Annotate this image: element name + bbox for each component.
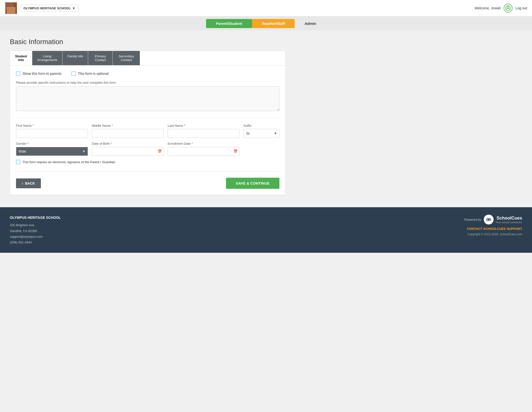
dob-group: Date of Birth * 5/16/21 📅 [92,142,164,156]
gender-select[interactable]: Male Female Other [16,147,88,156]
show-to-parents-checkbox-item[interactable]: Show this form to parents [16,71,62,76]
powered-by-text: Powered by [464,218,481,222]
footer-right: Powered by SchoolCues Your school connec… [464,215,522,236]
tab-admin[interactable]: Admin [295,19,326,28]
tab-family-info-label: Family Info [67,54,83,58]
schoolcues-icon [484,215,494,224]
first-name-input[interactable] [16,129,88,138]
back-chevron-icon: ‹ [22,181,23,185]
logout-link[interactable]: Log out [516,6,527,10]
optional-form-label: This form is optional [78,72,109,76]
footer-left: OLYMPUS HERITAGE SCHOOL 420 Brighton Ave… [10,215,61,245]
middle-name-label: Middle Name * [92,124,164,127]
instructions-area: Please provide specific instructions to … [16,81,279,112]
dob-label: Date of Birth * [92,142,164,145]
header: OLYMPUS HERITAGE SCHOOL ▼ Welcome, Josia… [0,0,532,16]
header-left: OLYMPUS HERITAGE SCHOOL ▼ [5,2,79,14]
save-continue-button[interactable]: SAVE & CONTINUE [226,178,279,189]
svg-point-4 [487,219,488,220]
schoolcues-name: SchoolCues [496,216,522,221]
header-right: Welcome, Josiah Log out [475,4,527,13]
suffix-group: Suffix Sr. Jr. III IV ▼ [243,124,279,138]
instructions-textarea[interactable] [16,86,279,111]
tab-family-info[interactable]: Family Info [63,51,88,65]
divider-bottom [16,172,279,172]
signature-row: This form requies an electronic signatur… [16,160,279,164]
signature-checkbox[interactable] [16,160,20,164]
last-name-label: Last Name * [168,124,240,127]
signature-label: This form requies an electronic signatur… [22,160,116,164]
form-content: Show this form to parents This form is o… [10,65,285,195]
gender-label: Gender * [16,142,88,145]
instructions-label: Please provide specific instructions to … [16,81,279,84]
show-to-parents-checkbox[interactable] [16,71,20,76]
dob-date-wrapper: 5/16/21 📅 [92,147,164,156]
divider [16,118,279,118]
schoolcues-tagline: Your school connector [496,221,522,224]
nav-tabs: Parent/Student Teacher/Staff Admin [0,16,532,31]
middle-name-group: Middle Name * [92,124,164,138]
powered-by-row: Powered by SchoolCues Your school connec… [464,215,522,224]
schoolcues-brand: SchoolCues Your school connector [496,216,522,224]
last-name-input[interactable] [168,129,240,138]
tab-student-info[interactable]: StudentInfo [10,51,32,65]
tab-living-arrangements[interactable]: LivingArrangements [32,51,63,65]
gender-dob-row: Gender * Male Female Other ▼ Date of Bir… [16,142,279,156]
optional-form-checkbox[interactable] [71,71,76,76]
back-button[interactable]: ‹ BACK [16,178,41,188]
footer: OLYMPUS HERITAGE SCHOOL 420 Brighton Ave… [0,207,532,253]
enrollment-date-wrapper: 5/16/21 📅 [168,147,240,156]
optional-form-checkbox-item[interactable]: This form is optional [71,71,109,76]
first-name-label: First Name * [16,124,88,127]
suffix-select-wrapper: Sr. Jr. III IV ▼ [243,129,279,138]
school-selector[interactable]: OLYMPUS HERITAGE SCHOOL ▼ [20,5,79,12]
tab-parent-student[interactable]: Parent/Student [206,19,252,28]
form-tabs-row: StudentInfo LivingArrangements Family In… [10,51,285,65]
footer-address-line2: Sandhill, CA 92356 [10,228,61,234]
enrollment-label: Enrollment Date * [168,142,240,145]
gender-select-wrapper: Male Female Other ▼ [16,147,88,156]
tab-teacher-staff[interactable]: Teacher/Staff [252,19,295,28]
middle-name-input[interactable] [92,129,164,138]
school-name-label: OLYMPUS HERITAGE SCHOOL [23,6,71,10]
first-name-group: First Name * [16,124,88,138]
user-avatar-icon [504,4,513,13]
tab-primary-contact[interactable]: PrimaryContact [88,51,113,65]
tab-secondary-contact[interactable]: SecondaryContact [113,51,140,65]
enrollment-group: Enrollment Date * 5/16/21 📅 [168,142,240,156]
footer-email: support@olympus.com [10,234,61,239]
school-logo [5,2,17,14]
gender-group: Gender * Male Female Other ▼ [16,142,88,156]
svg-point-5 [489,219,490,220]
svg-point-0 [507,6,509,8]
enrollment-input[interactable]: 5/16/21 [168,147,240,156]
page-title: Basic Information [10,38,286,46]
dob-input[interactable]: 5/16/21 [92,147,164,156]
main-content: Basic Information StudentInfo LivingArra… [0,31,295,207]
action-row: ‹ BACK SAVE & CONTINUE [16,178,279,189]
save-label: SAVE & CONTINUE [236,181,270,185]
contact-support-link[interactable]: CONTACT SCHOOLCUES SUPPORT [464,227,522,231]
footer-address-line1: 420 Brighton Ave, [10,222,61,228]
suffix-label: Suffix [243,124,279,127]
footer-phone: (208) 301-1644 [10,239,61,245]
back-label: BACK [25,181,35,185]
welcome-text: Welcome, Josiah [475,6,501,10]
dropdown-arrow-icon: ▼ [72,6,75,10]
last-name-group: Last Name * [168,124,240,138]
footer-school-name: OLYMPUS HERITAGE SCHOOL [10,215,61,221]
form-card: StudentInfo LivingArrangements Family In… [10,51,286,195]
suffix-select[interactable]: Sr. Jr. III IV [243,129,279,138]
copyright-text: Copyright © 2012-2020, SchoolCues.com [464,233,522,236]
show-to-parents-label: Show this form to parents [22,72,62,76]
schoolcues-logo: SchoolCues Your school connector [484,215,522,224]
name-fields-row: First Name * Middle Name * Last Name * S… [16,124,279,138]
checkboxes-row: Show this form to parents This form is o… [16,71,279,76]
